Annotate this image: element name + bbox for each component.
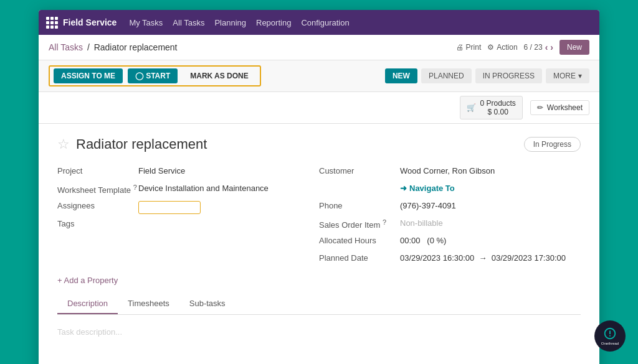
tags-field: Tags: [57, 217, 319, 234]
customer-field: Customer Wood Corner, Ron Gibson: [319, 164, 581, 181]
sales-order-value[interactable]: Non-billable: [400, 218, 443, 228]
description-area: Task description...: [57, 321, 581, 358]
products-button[interactable]: 🛒 0 Products $ 0.00: [460, 96, 522, 119]
start-button[interactable]: ◯ START: [128, 68, 178, 83]
assign-to-me-button[interactable]: ASSIGN TO ME: [54, 68, 123, 83]
worksheet-label: Worksheet: [547, 103, 583, 112]
planned-date-field: Planned Date 03/29/2023 16:30:00 → 03/29…: [319, 251, 581, 268]
project-field: Project Field Service: [57, 164, 319, 181]
tabs-bar: Description Timesheets Sub-tasks: [57, 294, 581, 315]
status-group: NEW PLANNED IN PROGRESS MORE ▾: [385, 68, 589, 83]
navigate-to-button[interactable]: ➜ Navigate To: [400, 184, 455, 193]
new-button[interactable]: New: [559, 40, 589, 55]
more-label: MORE: [553, 72, 576, 80]
tab-timesheets[interactable]: Timesheets: [118, 294, 179, 314]
status-new-button[interactable]: NEW: [385, 68, 417, 83]
app-logo[interactable]: Field Service: [46, 17, 117, 29]
breadcrumb-separator: /: [87, 42, 92, 52]
tab-description[interactable]: Description: [57, 294, 118, 314]
nav-all-tasks[interactable]: All Tasks: [173, 16, 204, 30]
grid-icon: [46, 17, 58, 29]
sub-toolbar: 🛒 0 Products $ 0.00 ✏ Worksheet: [39, 92, 599, 124]
print-button[interactable]: 🖨 Print: [456, 43, 482, 52]
record-title-area: ☆ Radiator replacement: [57, 136, 207, 152]
description-placeholder: Task description...: [57, 327, 122, 337]
add-property-button[interactable]: + Add a Property: [57, 276, 581, 285]
sales-order-label: Sales Order Item ?: [319, 218, 400, 230]
navbar: Field Service My Tasks All Tasks Plannin…: [39, 10, 599, 35]
assignees-field: Assignees: [57, 198, 319, 217]
assignees-value[interactable]: [138, 201, 201, 214]
nav-counter: 6 / 23 ‹ ›: [524, 42, 553, 52]
assignees-label: Assignees: [57, 201, 138, 210]
favorite-icon[interactable]: ☆: [57, 136, 70, 152]
allocated-hours-value[interactable]: 00:00 (0 %): [400, 236, 446, 245]
navigate-to-text: Navigate To: [409, 184, 455, 193]
toolbar-action-group: ASSIGN TO ME ◯ START MARK AS DONE: [49, 65, 261, 86]
status-planned-button[interactable]: PLANNED: [421, 68, 472, 83]
counter-text: 6 / 23: [524, 43, 543, 52]
main-window: Field Service My Tasks All Tasks Plannin…: [39, 10, 599, 364]
project-value[interactable]: Field Service: [138, 166, 185, 175]
tags-label: Tags: [57, 219, 138, 228]
planned-date-value[interactable]: 03/29/2023 16:30:00 → 03/29/2023 17:30:0…: [400, 253, 566, 263]
gear-icon: ⚙: [487, 43, 494, 52]
add-property-text: + Add a Property: [57, 276, 118, 285]
next-arrow[interactable]: ›: [550, 42, 553, 52]
record-title: Radiator replacement: [76, 136, 207, 152]
worksheet-template-field: Worksheet Template ? Device Installation…: [57, 181, 319, 198]
allocated-hours-field: Allocated Hours 00:00 (0 %): [319, 233, 581, 251]
onethread-logo[interactable]: Onethread: [594, 320, 626, 352]
phone-value[interactable]: (976)-397-4091: [400, 201, 456, 210]
phone-field: Phone (976)-397-4091: [319, 198, 581, 216]
status-badge[interactable]: In Progress: [524, 137, 581, 152]
arrow-right-icon: ➜: [400, 184, 407, 193]
nav-links: My Tasks All Tasks Planning Reporting Co…: [129, 16, 592, 30]
phone-label: Phone: [319, 201, 400, 210]
tab-subtasks[interactable]: Sub-tasks: [179, 294, 236, 314]
breadcrumb-parent[interactable]: All Tasks: [49, 42, 83, 52]
allocated-hours-label: Allocated Hours: [319, 236, 400, 245]
mark-as-done-button[interactable]: MARK AS DONE: [183, 68, 256, 83]
start-label: START: [146, 72, 170, 80]
navigate-to-field: ➜ Navigate To: [319, 181, 581, 198]
action-button[interactable]: ⚙ Action: [487, 43, 517, 52]
products-count: 0 Products $ 0.00: [480, 99, 515, 116]
fields-right: Customer Wood Corner, Ron Gibson ➜ Navig…: [319, 164, 581, 268]
breadcrumb: All Tasks / Radiator replacement: [49, 42, 178, 52]
worksheet-button[interactable]: ✏ Worksheet: [530, 100, 589, 115]
pencil-icon: ✏: [537, 103, 543, 112]
breadcrumb-current: Radiator replacement: [94, 42, 178, 52]
action-bar-right: 🖨 Print ⚙ Action 6 / 23 ‹ › New: [456, 40, 589, 55]
sales-order-field: Sales Order Item ? Non-billable: [319, 216, 581, 233]
nav-configuration[interactable]: Configuration: [301, 16, 349, 30]
customer-value[interactable]: Wood Corner, Ron Gibson: [400, 166, 495, 175]
project-label: Project: [57, 166, 138, 175]
nav-reporting[interactable]: Reporting: [256, 16, 291, 30]
worksheet-template-label: Worksheet Template ?: [57, 184, 138, 195]
customer-label: Customer: [319, 166, 400, 175]
status-more-button[interactable]: MORE ▾: [546, 68, 589, 83]
chevron-down-icon: ▾: [578, 72, 582, 80]
clock-icon: ◯: [135, 72, 143, 80]
prev-arrow[interactable]: ‹: [545, 42, 548, 52]
record-header: ☆ Radiator replacement In Progress: [57, 136, 581, 152]
print-label: Print: [466, 43, 482, 52]
main-content: ☆ Radiator replacement In Progress Proje…: [39, 124, 599, 364]
status-inprogress-button[interactable]: IN PROGRESS: [475, 68, 542, 83]
action-bar: All Tasks / Radiator replacement 🖨 Print…: [39, 35, 599, 60]
app-name: Field Service: [63, 17, 117, 27]
action-label: Action: [497, 43, 517, 52]
nav-planning[interactable]: Planning: [214, 16, 246, 30]
cart-icon: 🛒: [467, 103, 476, 112]
nav-my-tasks[interactable]: My Tasks: [129, 16, 163, 30]
planned-date-label: Planned Date: [319, 253, 400, 263]
printer-icon: 🖨: [456, 43, 464, 52]
onethread-icon: [603, 327, 617, 340]
fields-container: Project Field Service Worksheet Template…: [57, 164, 581, 268]
fields-left: Project Field Service Worksheet Template…: [57, 164, 319, 268]
button-toolbar: ASSIGN TO ME ◯ START MARK AS DONE NEW PL…: [39, 60, 599, 92]
worksheet-template-value[interactable]: Device Installation and Maintenance: [138, 184, 269, 193]
onethread-text: Onethread: [601, 342, 619, 345]
tags-value[interactable]: [138, 219, 141, 228]
